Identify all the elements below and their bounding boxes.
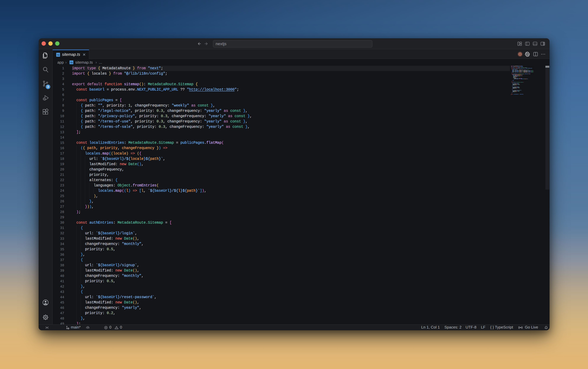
svg-text:TS: TS — [70, 61, 73, 64]
svg-text:TS: TS — [57, 54, 59, 56]
